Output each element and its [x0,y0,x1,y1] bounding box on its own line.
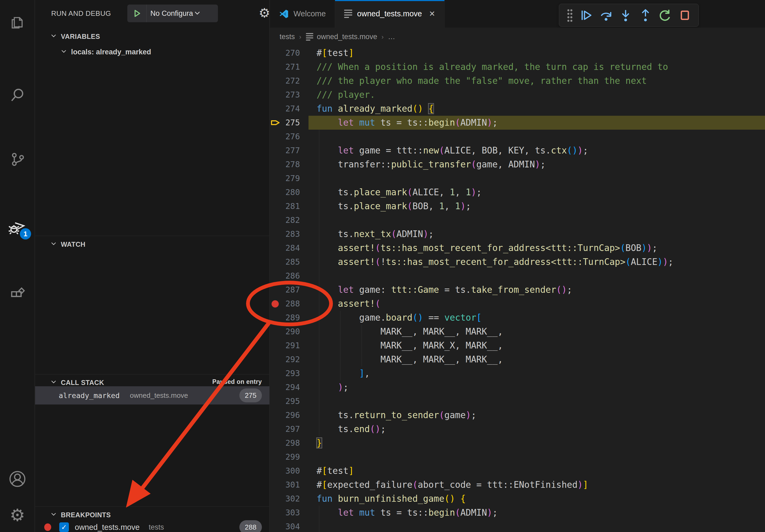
code-line-290[interactable]: 290 MARK__, MARK__, MARK__, [270,325,765,339]
run-and-debug-icon[interactable]: 1 [0,212,35,241]
step-into-button[interactable] [617,7,634,24]
code-lines: 270#[test]271/// When a position is alre… [270,46,765,532]
code-line-299[interactable]: 299 [270,450,765,464]
code-line-287[interactable]: 287 let game: ttt::Game = ts.take_from_s… [270,283,765,297]
code-line-288[interactable]: 288 assert!( [270,297,765,311]
breakpoints-section-header[interactable]: BREAKPOINTS [50,511,111,519]
code-line-282[interactable]: 282 [270,213,765,227]
explorer-icon[interactable] [0,8,35,38]
token: ( [391,229,396,239]
token [354,507,359,518]
code-line-293[interactable]: 293 ], [270,367,765,381]
code-text: ts.place_mark(BOB, 1, 1); [317,199,471,213]
token: ) [465,410,471,420]
code-line-294[interactable]: 294 ); [270,381,765,394]
code-line-292[interactable]: 292 MARK__, MARK__, MARK__, [270,353,765,367]
code-line-271[interactable]: 271/// When a position is already marked… [270,60,765,74]
code-line-281[interactable]: 281 ts.place_mark(BOB, 1, 1); [270,199,765,213]
step-out-button[interactable] [637,7,654,24]
tab-owned-tests-move[interactable]: owned_tests.move ✕ [335,0,444,28]
search-icon[interactable] [0,80,35,110]
code-text: ts.place_mark(ALICE, 1, 1); [317,185,482,199]
line-number: 283 [279,227,300,241]
code-line-278[interactable]: 278 transfer::public_transfer(game, ADMI… [270,157,765,171]
line-number: 286 [279,269,300,283]
restart-button[interactable] [656,7,674,24]
breadcrumb-item-file[interactable]: owned_tests.move [317,33,377,41]
settings-gear-icon[interactable]: ⚙ [0,500,35,530]
token [317,382,338,393]
breakpoint-list-item[interactable]: ✓ owned_tests.move tests 288 [35,519,270,532]
token: transfer:: [317,159,391,169]
code-line-286[interactable]: 286 [270,269,765,283]
source-control-icon[interactable] [0,145,35,174]
stop-button[interactable] [676,7,693,24]
code-editor[interactable]: 270#[test]271/// When a position is alre… [270,46,765,532]
step-over-button[interactable] [597,7,615,24]
account-icon[interactable] [0,464,35,494]
code-line-285[interactable]: 285 assert!(!ts::has_most_recent_for_add… [270,255,765,269]
code-line-302[interactable]: 302fun burn_unfinished_game() { [270,492,765,506]
code-line-273[interactable]: 273/// player. [270,88,765,102]
code-line-279[interactable]: 279 [270,171,765,185]
variables-section-header[interactable]: VARIABLES [50,32,100,41]
code-line-272[interactable]: 272/// the player who made the "false" m… [270,74,765,88]
tab-welcome[interactable]: Welcome [270,0,335,28]
token: begin [428,507,455,518]
code-line-280[interactable]: 280 ts.place_mark(ALICE, 1, 1); [270,185,765,199]
token [317,117,338,128]
code-line-284[interactable]: 284 assert!(ts::has_most_recent_for_addr… [270,241,765,255]
breakpoint-dot-icon[interactable] [272,300,279,308]
code-text: let mut ts = ts::begin(ADMIN); [317,506,498,520]
code-line-289[interactable]: 289 game.board() == vector[ [270,311,765,325]
extensions-icon[interactable] [0,279,35,308]
code-line-304[interactable]: 304 [270,520,765,532]
token: ) [578,479,583,490]
token: vector [444,312,476,323]
code-line-295[interactable]: 295 [270,394,765,408]
code-line-270[interactable]: 270#[test] [270,46,765,60]
watch-section-header[interactable]: WATCH [50,240,86,249]
code-line-276[interactable]: 276 [270,130,765,143]
code-line-274[interactable]: 274fun already_marked() { [270,102,765,116]
code-line-275[interactable]: 275 let mut ts = ts::begin(ADMIN); [270,116,765,130]
code-line-296[interactable]: 296 ts.return_to_sender(game); [270,408,765,422]
code-line-283[interactable]: 283 ts.next_tx(ADMIN); [270,227,765,241]
call-stack-frame[interactable]: already_marked owned_tests.move 275 [35,386,270,404]
token: , [455,187,466,197]
code-text: ], [317,367,370,381]
code-text: ); [317,381,349,394]
breakpoint-checkbox[interactable]: ✓ [59,522,69,532]
code-line-301[interactable]: 301#[expected_failure(abort_code = ttt::… [270,478,765,492]
stop-icon [678,8,692,22]
call-stack-section-header[interactable]: CALL STACK Paused on entry [50,378,270,387]
breakpoint-folder: tests [149,523,164,531]
code-text: /// the player who made the "false" move… [317,74,647,88]
code-line-291[interactable]: 291 MARK__, MARK_X, MARK__, [270,339,765,353]
continue-button[interactable] [578,7,595,24]
token: place_mark [354,187,407,197]
code-line-300[interactable]: 300#[test] [270,464,765,478]
token: ( [375,298,381,309]
token: ADMIN [396,229,423,239]
token: expected_failure [327,479,412,490]
code-line-298[interactable]: 298} [270,436,765,450]
close-tab-icon[interactable]: ✕ [429,9,435,18]
breadcrumb-item-symbol[interactable]: … [388,33,395,41]
line-number: 285 [279,255,300,269]
token: ) [487,117,492,128]
toolbar-drag-grip[interactable] [564,7,575,24]
variables-scope-locals[interactable]: locals: already_marked [60,48,151,57]
start-debugging-button[interactable] [127,5,147,22]
token: ts = ts:: [375,117,428,128]
debug-settings-gear-icon[interactable]: ⚙ [259,6,270,19]
line-number: 298 [279,436,300,450]
code-line-297[interactable]: 297 ts.end(); [270,422,765,436]
code-line-303[interactable]: 303 let mut ts = ts::begin(ADMIN); [270,506,765,520]
code-line-277[interactable]: 277 let game = ttt::new(ALICE, BOB, KEY,… [270,143,765,157]
chevron-down-icon [50,240,57,249]
tab-label: owned_tests.move [357,9,422,18]
breadcrumb-item-tests[interactable]: tests [280,33,295,41]
token: MARK__, MARK__, MARK__, [317,354,503,365]
launch-configuration-button[interactable]: No Configura [127,5,218,22]
